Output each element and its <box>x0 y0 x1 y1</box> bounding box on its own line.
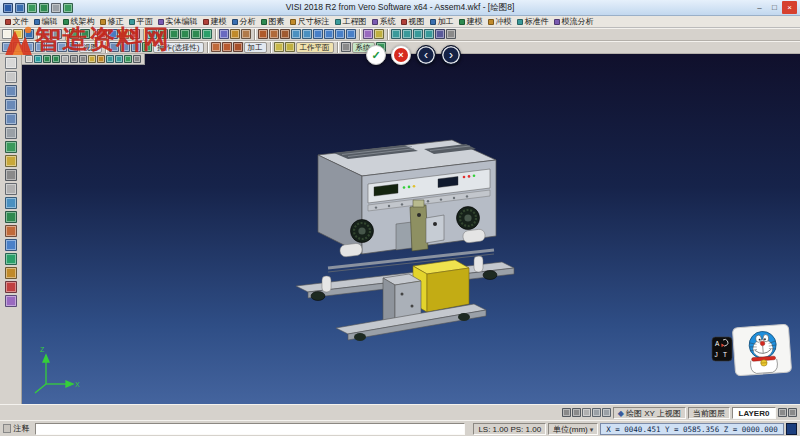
undo-icon[interactable] <box>69 29 79 39</box>
layers-icon[interactable] <box>88 55 96 63</box>
menu-item[interactable]: 建模 <box>456 16 485 28</box>
scale-icon[interactable] <box>335 29 345 39</box>
rotate-view-icon[interactable] <box>5 113 17 125</box>
view-right-icon[interactable] <box>57 42 67 52</box>
toolbar-group-label[interactable]: 视图 <box>79 42 102 53</box>
save-icon[interactable] <box>15 3 25 13</box>
viewport-scene[interactable]: Z X A J T <box>22 54 800 404</box>
menu-item[interactable]: 修正 <box>97 16 126 28</box>
view-front-icon[interactable] <box>2 42 12 52</box>
menu-item[interactable]: 尺寸标注 <box>287 16 332 28</box>
zoom-fit-icon[interactable] <box>413 29 423 39</box>
redo-icon[interactable] <box>80 29 90 39</box>
circle-icon[interactable] <box>52 55 60 63</box>
menu-item[interactable]: 实体编辑 <box>155 16 200 28</box>
previous-button[interactable]: ‹ <box>416 45 436 65</box>
menu-item[interactable]: 模流分析 <box>551 16 596 28</box>
close-button[interactable]: × <box>782 1 797 14</box>
pan-icon[interactable] <box>115 55 123 63</box>
panel-toggle-icon[interactable] <box>778 408 787 417</box>
pan-icon[interactable] <box>5 85 17 97</box>
menu-item[interactable]: 线架构 <box>60 16 97 28</box>
settings-icon[interactable] <box>446 29 456 39</box>
rectangle-icon[interactable] <box>191 29 201 39</box>
command-input[interactable] <box>35 423 465 435</box>
current-layer-label[interactable]: 当前图层 <box>688 407 730 419</box>
line-icon[interactable] <box>158 29 168 39</box>
zoom-icon[interactable] <box>5 99 17 111</box>
print-icon[interactable] <box>51 3 61 13</box>
menu-item[interactable]: 分析 <box>229 16 258 28</box>
view-left-icon[interactable] <box>46 42 56 52</box>
dimension-icon[interactable] <box>97 55 105 63</box>
rotate-icon[interactable] <box>324 29 334 39</box>
simulate-icon[interactable] <box>222 42 232 52</box>
view-previous-icon[interactable] <box>5 127 17 139</box>
view-iso-icon[interactable] <box>68 42 78 52</box>
cad-model-machine[interactable] <box>296 140 514 341</box>
grid-toggle-icon[interactable] <box>572 408 581 417</box>
view-mode-indicator[interactable]: ◆绘图 XY 上视图 <box>613 407 686 419</box>
menu-item[interactable]: 标准件 <box>514 16 551 28</box>
snap-icon[interactable] <box>61 55 69 63</box>
view-bottom-icon[interactable] <box>35 42 45 52</box>
hatch-icon[interactable] <box>241 29 251 39</box>
wcs-icon[interactable] <box>5 197 17 209</box>
dimension-icon[interactable] <box>5 267 17 279</box>
expand-icon[interactable] <box>788 408 797 417</box>
menu-item[interactable]: 平面 <box>126 16 155 28</box>
spline-icon[interactable] <box>202 29 212 39</box>
menu-item[interactable]: 视图 <box>398 16 427 28</box>
cancel-button[interactable]: × <box>391 45 411 65</box>
snap-icon[interactable] <box>5 183 17 195</box>
shade-icon[interactable] <box>435 29 445 39</box>
fillet-icon[interactable] <box>269 29 279 39</box>
properties-icon[interactable] <box>5 295 17 307</box>
menu-item[interactable]: 系统 <box>369 16 398 28</box>
info-icon[interactable] <box>562 408 571 417</box>
delete-icon[interactable] <box>5 281 17 293</box>
pan-view-icon[interactable] <box>131 42 141 52</box>
view-top-icon[interactable] <box>24 42 34 52</box>
point-icon[interactable] <box>147 29 157 39</box>
ortho-icon[interactable] <box>79 55 87 63</box>
zoom-dynamic-icon[interactable] <box>120 42 130 52</box>
menu-item[interactable]: 图素 <box>258 16 287 28</box>
arc-icon[interactable] <box>169 29 179 39</box>
active-layer-chip[interactable]: LAYER0 <box>732 407 776 419</box>
menu-item[interactable]: 建模 <box>200 16 229 28</box>
menu-item[interactable]: 文件 <box>2 16 31 28</box>
preferences-icon[interactable] <box>341 42 351 52</box>
toolpath-icon[interactable] <box>211 42 221 52</box>
rotate-view-icon[interactable] <box>109 42 119 52</box>
workplane-xy-icon[interactable] <box>274 42 284 52</box>
toolbar-group-label[interactable]: 加工 <box>244 42 267 53</box>
viewport-3d[interactable]: Z X A J T <box>22 54 800 404</box>
point-icon[interactable] <box>34 55 42 63</box>
copy-icon[interactable] <box>108 29 118 39</box>
curve-icon[interactable] <box>5 253 17 265</box>
workplane-3pt-icon[interactable] <box>285 42 295 52</box>
menu-item[interactable]: 冲模 <box>485 16 514 28</box>
confirm-button[interactable]: ✓ <box>366 45 386 65</box>
app-icon[interactable] <box>3 3 13 13</box>
zoom-out-icon[interactable] <box>402 29 412 39</box>
delete-icon[interactable] <box>130 29 140 39</box>
trim-icon[interactable] <box>258 29 268 39</box>
toolbar-group-label[interactable]: 工作平面 <box>296 42 334 53</box>
paste-icon[interactable] <box>119 29 129 39</box>
surface-icon[interactable] <box>5 239 17 251</box>
offset-icon[interactable] <box>291 29 301 39</box>
scale-indicator[interactable]: LS: 1.00 PS: 1.00 <box>473 423 546 435</box>
sketch-icon[interactable] <box>5 211 17 223</box>
pan-icon[interactable] <box>424 29 434 39</box>
open-file-icon[interactable] <box>13 29 23 39</box>
menu-item[interactable]: 加工 <box>427 16 456 28</box>
line-icon[interactable] <box>43 55 51 63</box>
solid-icon[interactable] <box>5 225 17 237</box>
minimize-button[interactable]: – <box>752 1 767 14</box>
mirror-icon[interactable] <box>302 29 312 39</box>
plot-icon[interactable] <box>52 29 62 39</box>
grid-icon[interactable] <box>70 55 78 63</box>
measure-icon[interactable] <box>374 29 384 39</box>
